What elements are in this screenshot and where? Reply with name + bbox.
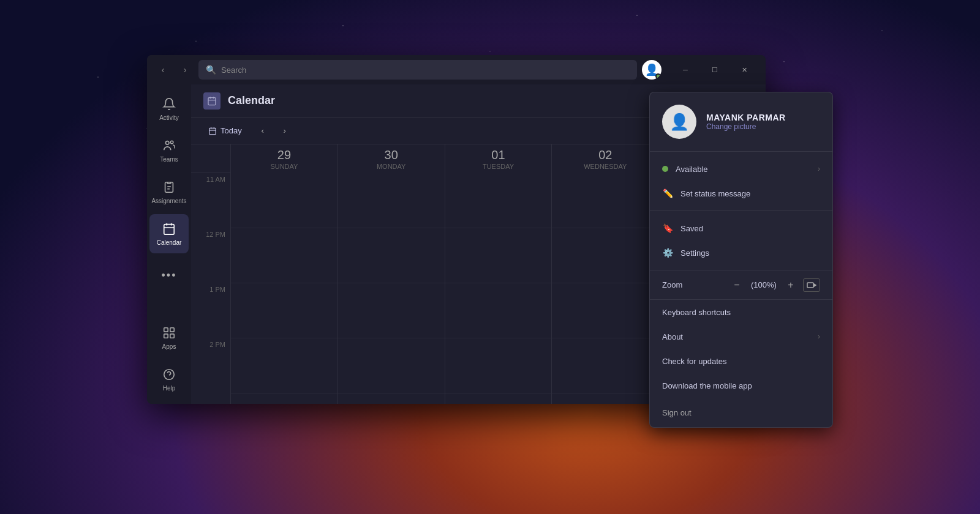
keyboard-shortcuts-item[interactable]: Keyboard shortcuts [650, 300, 832, 324]
day-name-wednesday: Wednesday [584, 163, 627, 170]
day-num-30: 30 [385, 148, 398, 162]
profile-popup: 👤 MAYANK PARMAR Change picture Available… [649, 92, 833, 428]
day-num-29: 29 [277, 148, 291, 162]
zoom-reset-button[interactable] [803, 278, 820, 292]
day-col-wed[interactable] [551, 173, 658, 404]
zoom-value: (100%) [749, 280, 778, 289]
settings-item[interactable]: ⚙️ Settings [650, 240, 832, 265]
today-label: Today [221, 126, 242, 135]
close-button[interactable]: ✕ [730, 60, 758, 80]
cell-tue-12[interactable] [445, 228, 552, 283]
cell-mon-12[interactable] [338, 228, 445, 283]
cell-wed-2[interactable] [552, 338, 658, 393]
cell-tue-11[interactable] [445, 173, 552, 228]
zoom-label: Zoom [662, 280, 682, 289]
cell-wed-1[interactable] [552, 283, 658, 338]
sidebar-item-assignments[interactable]: Assignments [149, 173, 189, 212]
about-label: About [662, 332, 683, 341]
svg-rect-11 [164, 333, 168, 337]
calendar-app-icon [203, 92, 221, 110]
sidebar-item-more[interactable]: ••• [149, 256, 189, 295]
day-header-29: 29 Sunday [230, 144, 337, 173]
more-icon: ••• [162, 269, 177, 282]
about-item[interactable]: About › [650, 324, 832, 349]
check-updates-item[interactable]: Check for updates [650, 349, 832, 373]
assignments-icon [162, 181, 176, 195]
sidebar-item-activity-label: Activity [159, 114, 179, 121]
keyboard-shortcuts-label: Keyboard shortcuts [662, 308, 731, 317]
back-button[interactable]: ‹ [154, 61, 172, 78]
teams-icon [162, 139, 176, 154]
saved-icon: 🔖 [662, 223, 673, 234]
day-col-sun[interactable] [230, 173, 337, 404]
search-icon: 🔍 [206, 65, 216, 75]
status-dot [655, 73, 661, 79]
help-icon [162, 368, 176, 382]
svg-rect-15 [208, 97, 216, 105]
maximize-button[interactable]: ☐ [701, 60, 729, 80]
cell-tue-1[interactable] [445, 283, 552, 338]
cell-wed-12[interactable] [552, 228, 658, 283]
cell-sun-11[interactable] [231, 173, 337, 228]
time-1pm: 1 PM [191, 283, 230, 338]
status-available[interactable]: Available › [650, 157, 832, 181]
sidebar-item-help[interactable]: Help [149, 360, 189, 399]
zoom-increase-button[interactable]: + [783, 278, 798, 292]
saved-settings-section: 🔖 Saved ⚙️ Settings [650, 211, 832, 270]
avatar-button[interactable]: 👤 [642, 60, 662, 80]
time-11am: 11 AM [191, 173, 230, 228]
about-chevron: › [818, 332, 820, 341]
next-week-button[interactable]: › [276, 122, 293, 140]
sidebar-item-help-label: Help [163, 385, 176, 392]
sidebar-item-apps[interactable]: Apps [149, 318, 189, 357]
cell-sun-12[interactable] [231, 228, 337, 283]
set-status-message[interactable]: ✏️ Set status message [650, 181, 832, 206]
cell-wed-11[interactable] [552, 173, 658, 228]
day-name-monday: Monday [377, 163, 405, 170]
status-label: Available [676, 165, 708, 174]
day-name-sunday: Sunday [270, 163, 298, 170]
cell-mon-1[interactable] [338, 283, 445, 338]
set-status-icon: ✏️ [662, 188, 673, 199]
sidebar-item-teams-label: Teams [160, 156, 178, 163]
zoom-decrease-button[interactable]: − [729, 278, 744, 292]
day-num-02: 02 [598, 148, 612, 162]
today-button[interactable]: Today [201, 122, 249, 140]
zoom-row: Zoom − (100%) + [650, 270, 832, 300]
search-bar[interactable]: 🔍 Search [198, 60, 637, 80]
sidebar-item-activity[interactable]: Activity [149, 89, 189, 128]
cell-sun-1[interactable] [231, 283, 337, 338]
day-col-tue[interactable] [445, 173, 552, 404]
sign-out-label: Sign out [662, 408, 692, 417]
search-placeholder: Search [221, 65, 246, 75]
cell-sun-2[interactable] [231, 338, 337, 393]
download-mobile-item[interactable]: Download the mobile app [650, 373, 832, 398]
calendar-title: Calendar [228, 94, 275, 107]
forward-button[interactable]: › [176, 61, 194, 78]
saved-label: Saved [680, 224, 703, 233]
status-section: Available › ✏️ Set status message [650, 152, 832, 211]
window-controls: ─ ☐ ✕ [671, 60, 758, 80]
profile-header: 👤 MAYANK PARMAR Change picture [650, 92, 832, 152]
time-column: 11 AM 12 PM 1 PM 2 PM [191, 173, 230, 404]
sign-out-item[interactable]: Sign out [650, 400, 832, 425]
sidebar-item-teams[interactable]: Teams [149, 131, 189, 170]
day-num-01: 01 [491, 148, 505, 162]
change-picture-link[interactable]: Change picture [706, 122, 786, 131]
svg-point-13 [164, 369, 175, 379]
svg-rect-10 [170, 327, 174, 331]
profile-name: MAYANK PARMAR [706, 113, 786, 122]
svg-rect-9 [164, 327, 168, 331]
zoom-controls: − (100%) + [729, 278, 820, 292]
saved-item[interactable]: 🔖 Saved [650, 216, 832, 240]
sidebar-item-calendar[interactable]: Calendar [149, 214, 189, 253]
minimize-button[interactable]: ─ [671, 60, 699, 80]
sidebar: Activity Teams [147, 84, 191, 404]
cell-mon-2[interactable] [338, 338, 445, 393]
day-col-mon[interactable] [337, 173, 445, 404]
cell-tue-2[interactable] [445, 338, 552, 393]
available-dot [662, 166, 668, 172]
prev-week-button[interactable]: ‹ [254, 122, 271, 140]
cell-mon-11[interactable] [338, 173, 445, 228]
time-2pm: 2 PM [191, 338, 230, 393]
